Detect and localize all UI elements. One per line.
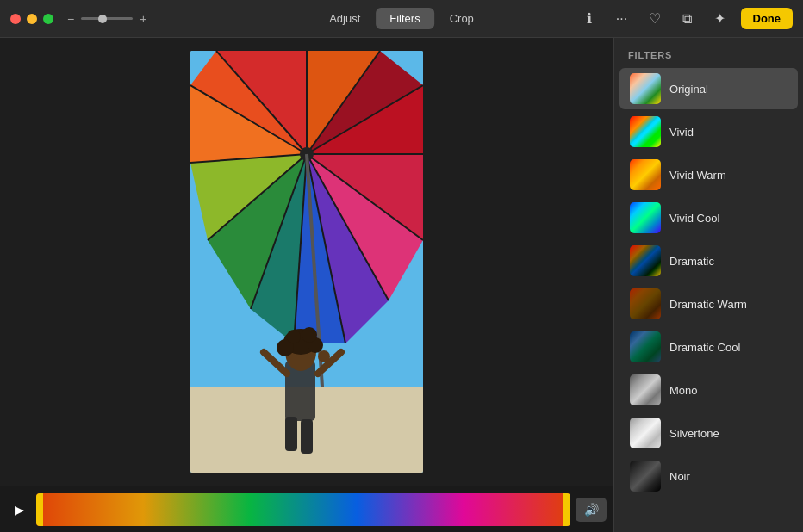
photo-canvas xyxy=(190,51,423,473)
filter-name-silvertone: Silvertone xyxy=(669,427,719,440)
traffic-lights xyxy=(10,14,53,24)
svg-point-22 xyxy=(287,330,301,343)
close-button[interactable] xyxy=(10,14,21,24)
filter-thumb-silvertone xyxy=(630,418,661,448)
filter-item-mono[interactable]: Mono xyxy=(619,369,798,411)
titlebar: − + Adjust Filters Crop ℹ ··· ♡ ⧉ ✦ Done xyxy=(0,0,803,38)
svg-rect-28 xyxy=(301,419,313,454)
crop-tab[interactable]: Crop xyxy=(436,8,488,29)
favorites-button[interactable]: ♡ xyxy=(643,7,667,31)
toolbar-right: ℹ ··· ♡ ⧉ ✦ Done xyxy=(577,7,794,31)
photo-area: ▶ 🔊 xyxy=(0,38,613,532)
play-button[interactable]: ▶ xyxy=(7,498,31,522)
done-button[interactable]: Done xyxy=(741,8,794,29)
svg-rect-27 xyxy=(285,417,297,451)
filter-name-vivid-cool: Vivid Cool xyxy=(669,212,719,225)
filter-name-dramatic-cool: Dramatic Cool xyxy=(669,341,740,354)
filter-name-dramatic-warm: Dramatic Warm xyxy=(669,298,747,311)
magic-wand-button[interactable]: ✦ xyxy=(708,7,732,31)
filter-thumb-original xyxy=(630,73,661,104)
filter-thumb-vivid-warm xyxy=(630,159,661,190)
filmstrip-right-handle[interactable] xyxy=(563,493,570,526)
filter-item-dramatic-warm[interactable]: Dramatic Warm xyxy=(619,283,798,325)
adjust-tab[interactable]: Adjust xyxy=(315,8,374,29)
filmstrip-frames xyxy=(36,493,570,526)
filter-name-vivid-warm: Vivid Warm xyxy=(669,169,726,182)
filter-thumb-vivid xyxy=(630,116,661,147)
filter-item-vivid-warm[interactable]: Vivid Warm xyxy=(619,154,798,195)
duplicate-button[interactable]: ⧉ xyxy=(675,7,700,31)
filter-item-vivid-cool[interactable]: Vivid Cool xyxy=(619,197,798,238)
filter-item-silvertone[interactable]: Silvertone xyxy=(619,412,798,454)
photo-frame xyxy=(190,51,423,473)
filter-item-dramatic-cool[interactable]: Dramatic Cool xyxy=(619,326,798,368)
filter-item-noir[interactable]: Noir xyxy=(619,455,798,497)
filmstrip[interactable] xyxy=(36,493,570,526)
filter-name-noir: Noir xyxy=(669,470,690,483)
slider-thumb[interactable] xyxy=(98,15,107,23)
minimize-button[interactable] xyxy=(27,14,37,24)
filter-name-original: Original xyxy=(669,83,708,96)
filter-name-mono: Mono xyxy=(669,384,698,397)
slider-track[interactable] xyxy=(81,17,133,20)
filter-thumb-dramatic-warm xyxy=(630,288,661,319)
photo-container xyxy=(0,38,613,486)
filter-thumb-dramatic-cool xyxy=(630,331,661,362)
toolbar-center: Adjust Filters Crop xyxy=(315,8,488,29)
volume-icon: 🔊 xyxy=(584,503,599,517)
maximize-button[interactable] xyxy=(43,14,53,24)
filter-name-vivid: Vivid xyxy=(669,126,694,139)
filter-thumb-dramatic xyxy=(630,245,661,276)
timeline: ▶ 🔊 xyxy=(0,486,613,532)
filter-name-dramatic: Dramatic xyxy=(669,255,714,268)
filmstrip-left-handle[interactable] xyxy=(36,493,43,526)
filter-thumb-vivid-cool xyxy=(630,202,661,233)
filters-sidebar: FILTERS Original Vivid Vivid Warm Vivid … xyxy=(613,38,803,532)
info-button[interactable]: ℹ xyxy=(577,7,601,31)
zoom-in-icon[interactable]: + xyxy=(140,12,146,26)
share-button[interactable]: ··· xyxy=(610,7,634,31)
filter-thumb-mono xyxy=(630,374,661,405)
filter-thumb-noir xyxy=(630,461,661,492)
filter-item-original[interactable]: Original xyxy=(619,68,798,109)
svg-point-26 xyxy=(318,350,330,362)
svg-point-23 xyxy=(302,327,317,343)
filter-item-dramatic[interactable]: Dramatic xyxy=(619,240,798,281)
zoom-out-icon[interactable]: − xyxy=(67,12,74,26)
filter-item-vivid[interactable]: Vivid xyxy=(619,111,798,152)
zoom-slider[interactable]: − + xyxy=(67,12,146,26)
filters-section-label: FILTERS xyxy=(614,38,803,67)
main-content: ▶ 🔊 FILTERS Original Viv xyxy=(0,38,803,532)
filters-tab[interactable]: Filters xyxy=(376,8,433,29)
volume-button[interactable]: 🔊 xyxy=(576,498,607,522)
